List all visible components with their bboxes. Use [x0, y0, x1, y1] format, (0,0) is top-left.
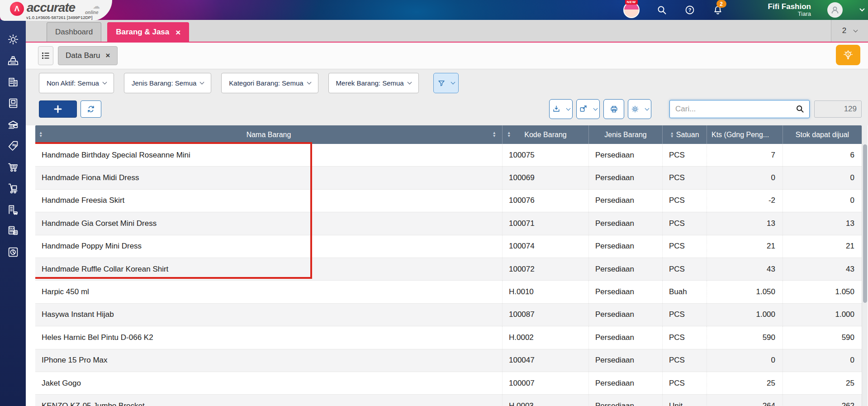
advanced-filter-button[interactable] [433, 73, 459, 93]
notifications-bell-icon[interactable]: 2 [712, 4, 724, 16]
cell-kts-gudang: 264 [707, 395, 783, 406]
cell-nama-barang: Handmade Poppy Mini Dress [35, 235, 502, 258]
sidebar-item-reports[interactable] [5, 245, 21, 259]
print-button[interactable] [603, 99, 624, 119]
search-icon[interactable] [795, 104, 805, 114]
table-body: Handmade Birthday Special Roseanne Mini … [35, 144, 862, 406]
ledger-book-icon [6, 96, 20, 110]
column-header-jenis-barang[interactable]: Jenis Barang [588, 125, 662, 144]
table-row[interactable]: Jaket Gogo 100007 Persediaan PCS 25 25 [35, 372, 862, 395]
list-view-button[interactable] [38, 46, 53, 65]
download-button[interactable] [549, 99, 573, 119]
cell-kode-barang: 100087 [502, 304, 588, 326]
cell-stok-dapat-dijual: 13 [783, 212, 862, 234]
sidebar-item-bank[interactable] [5, 118, 21, 131]
brand-suffix: online [85, 10, 98, 15]
sidebar-item-company[interactable] [5, 75, 21, 89]
cell-kode-barang: 100007 [502, 372, 588, 394]
table-row[interactable]: KENZO KZ-05 Jumbo Brecket H.0003 Persedi… [35, 395, 862, 406]
tab-dashboard[interactable]: Dashboard [47, 22, 101, 42]
column-header-kode-barang[interactable]: ▲▼ Kode Barang [502, 125, 588, 144]
sidebar-item-assets[interactable] [5, 203, 21, 216]
purchases-cart-icon [6, 160, 20, 174]
sidebar-item-price-tag-rp[interactable]: Rp [5, 139, 21, 153]
tab-barang-jasa[interactable]: Barang & Jasa × [107, 22, 189, 42]
cell-jenis-barang: Persediaan [588, 372, 662, 394]
table-row[interactable]: Handmade Freesia Skirt 100076 Persediaan… [35, 190, 862, 212]
column-label: Nama Barang [247, 131, 291, 139]
sidebar-item-ledger-book[interactable] [5, 96, 21, 110]
chevron-down-icon [200, 80, 204, 85]
sort-icon[interactable]: ▲▼ [493, 131, 496, 138]
table-row[interactable]: Handmade Fiona Midi Dress 100069 Persedi… [35, 167, 862, 189]
svg-text:?: ? [688, 7, 691, 13]
cell-stok-dapat-dijual: 262 [783, 395, 862, 406]
tips-lightbulb-button[interactable] [836, 45, 860, 65]
table-settings-button[interactable] [628, 99, 651, 119]
user-menu-chevron-icon[interactable] [859, 4, 865, 16]
table-row[interactable]: Hasywa Instant Hijab 100087 Persediaan P… [35, 304, 862, 326]
search-icon[interactable] [656, 4, 668, 16]
sidebar-item-cash-register[interactable] [5, 54, 21, 67]
filter-non-aktif[interactable]: Non Aktif: Semua [39, 73, 114, 93]
export-button[interactable] [576, 99, 600, 119]
column-header-stok-dapat-dijual[interactable]: Stok dapat dijual [783, 125, 862, 144]
column-label: Kode Barang [524, 131, 566, 139]
filter-merek-barang[interactable]: Merek Barang: Semua [328, 73, 419, 93]
filter-jenis-barang[interactable]: Jenis Barang: Semua [124, 73, 211, 93]
chevron-down-icon [854, 28, 858, 32]
table-area: ▲▼ Nama Barang ▲▼ ▲▼ Kode Barang Jenis B… [26, 125, 868, 406]
mascot-avatar-icon[interactable]: NEW [623, 2, 640, 18]
user-subtitle: Tiara [768, 11, 811, 17]
filter-label: Non Aktif: Semua [47, 79, 99, 87]
table-scrollbar[interactable] [862, 125, 868, 406]
help-icon[interactable]: ? [684, 4, 696, 16]
plus-icon [53, 105, 62, 114]
tab-overflow-dropdown[interactable]: 2 [831, 20, 868, 42]
cell-nama-barang: Handmade Fiona Midi Dress [35, 167, 502, 189]
column-header-kts-gudang[interactable]: Kts (Gdng Peng... [707, 125, 783, 144]
sort-icon[interactable]: ▲▼ [670, 132, 674, 138]
user-avatar[interactable] [827, 2, 843, 18]
filter-label: Kategori Barang: Semua [229, 79, 303, 87]
close-tab-icon[interactable]: × [175, 28, 180, 37]
table-row[interactable]: Handmade Birthday Special Roseanne Mini … [35, 144, 862, 167]
sort-icon[interactable]: ▲▼ [507, 131, 511, 138]
cell-kts-gudang: 590 [707, 326, 783, 349]
cell-satuan: PCS [662, 349, 707, 372]
close-subtab-icon[interactable]: × [106, 51, 110, 60]
column-header-nama-barang[interactable]: ▲▼ Nama Barang ▲▼ [35, 125, 502, 144]
cell-satuan: PCS [662, 258, 707, 280]
cell-kode-barang: 100074 [502, 235, 588, 258]
scrollbar-thumb[interactable] [863, 144, 867, 303]
filter-label: Merek Barang: Semua [336, 79, 404, 87]
filter-kategori-barang[interactable]: Kategori Barang: Semua [221, 73, 318, 93]
table-row[interactable]: Handmade Poppy Mini Dress 100074 Persedi… [35, 235, 862, 258]
column-header-satuan[interactable]: ▲▼ Satuan [662, 125, 707, 144]
cell-stok-dapat-dijual: 25 [783, 372, 862, 394]
table-row[interactable]: Heles Harnic Bel Pintu D-066 K2 H.0002 P… [35, 326, 862, 349]
refresh-button[interactable] [81, 100, 101, 118]
cell-kode-barang: 100075 [502, 144, 588, 166]
cell-nama-barang: KENZO KZ-05 Jumbo Brecket [35, 395, 502, 406]
add-item-button[interactable] [39, 100, 77, 118]
cell-stok-dapat-dijual: 1.050 [783, 281, 862, 303]
search-input[interactable] [669, 100, 810, 118]
cell-kts-gudang: 0 [707, 167, 783, 189]
table-row[interactable]: Harpic 450 ml H.0010 Persediaan Buah 1.0… [35, 281, 862, 303]
app-header: Λ accurate ☁ online v1.0.1#3605-587261 [… [0, 0, 868, 20]
tab-label: Barang & Jasa [116, 28, 169, 37]
sidebar-item-inventory-trolley[interactable] [5, 182, 21, 195]
cell-kts-gudang: 43 [707, 258, 783, 280]
subtab-data-baru[interactable]: Data Baru × [58, 46, 118, 65]
table-row[interactable]: Handmade Gia Corset Mini Dress 100071 Pe… [35, 212, 862, 235]
cell-stok-dapat-dijual: 21 [783, 235, 862, 258]
sidebar-item-settings[interactable] [5, 33, 21, 46]
cell-nama-barang: Heles Harnic Bel Pintu D-066 K2 [35, 326, 502, 349]
sort-icon[interactable]: ▲▼ [39, 131, 43, 138]
table-row[interactable]: IPhone 15 Pro Max 100047 Persediaan PCS … [35, 349, 862, 372]
sidebar-item-purchases-cart[interactable] [5, 160, 21, 174]
sidebar-item-tax[interactable]: TAX [5, 224, 21, 238]
table-row[interactable]: Handmade Ruffle Collar Korean Shirt 1000… [35, 258, 862, 281]
cell-kode-barang: H.0010 [502, 281, 588, 303]
